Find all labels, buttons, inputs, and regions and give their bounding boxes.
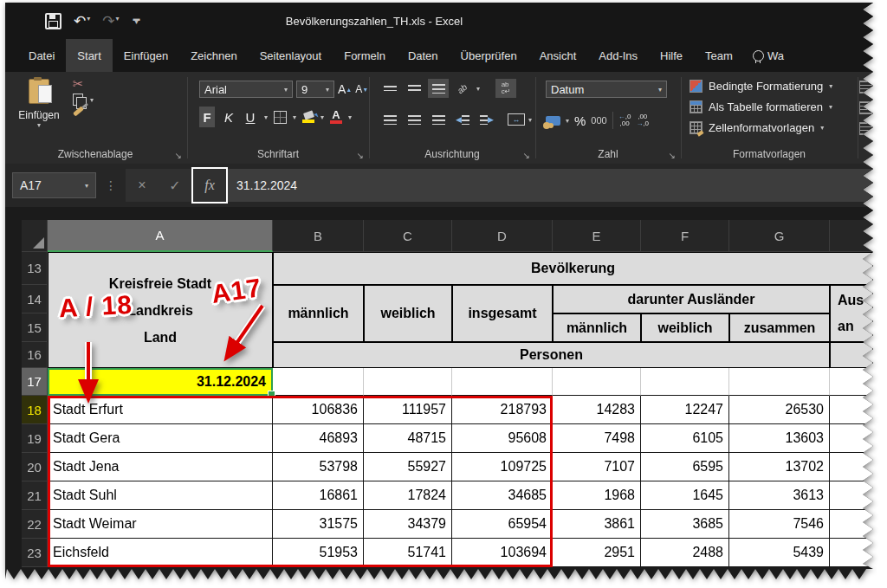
align-center-button[interactable] <box>404 110 424 129</box>
row-header-16[interactable]: 16 <box>22 342 48 368</box>
row-header-23[interactable]: 23 <box>22 539 48 567</box>
header-cell-auslaenderanteil-partial[interactable]: Aus an <box>830 285 873 342</box>
cell-a21-label[interactable]: Stadt Suhl <box>48 481 273 510</box>
header-cell-zusammen[interactable]: zusammen <box>729 313 830 342</box>
cell-value-r20-c4[interactable]: 109725 <box>452 453 553 481</box>
row-header-22[interactable]: 22 <box>22 510 48 539</box>
orientation-button[interactable]: ab <box>452 79 473 98</box>
cell-value-r23-c5[interactable]: 2951 <box>553 539 641 567</box>
cell-a18-label[interactable]: Stadt Erfurt <box>48 396 273 424</box>
accounting-format-button money-icon[interactable] <box>546 116 560 126</box>
cell-value-r18-c3[interactable]: 111957 <box>364 396 452 424</box>
cut-button scissors-icon[interactable]: ✂ <box>73 77 84 90</box>
font-color-button[interactable]: A <box>330 111 342 124</box>
column-header-b[interactable]: B <box>273 220 364 252</box>
header-cell-personen[interactable]: Personen <box>273 342 830 368</box>
cell-a20-label[interactable]: Stadt Jena <box>48 453 273 481</box>
cell-h18[interactable] <box>830 396 873 424</box>
name-box-dropdown-icon[interactable]: ▾ <box>85 182 88 190</box>
align-left-button[interactable] <box>379 110 400 129</box>
column-header-a[interactable]: A <box>48 220 273 252</box>
cell-h19[interactable] <box>830 424 873 453</box>
cell-value-r19-c2[interactable]: 46893 <box>273 424 364 453</box>
header-cell-maennlich[interactable]: männlich <box>273 285 364 342</box>
cell-value-r19-c4[interactable]: 95608 <box>452 424 553 453</box>
increase-indent-button[interactable]: ▶ <box>476 110 497 129</box>
formula-input[interactable]: 31.12.2024 <box>228 169 873 202</box>
cell-g17[interactable] <box>729 368 830 396</box>
cell-f17[interactable] <box>641 368 729 396</box>
dialog-launcher-font[interactable]: ↘ <box>357 151 364 160</box>
row-header-19[interactable]: 19 <box>22 424 48 453</box>
cell-h20[interactable] <box>830 453 873 481</box>
format-as-table-button[interactable]: Als Tabelle formatieren▾ <box>690 96 832 117</box>
cell-value-r18-c4[interactable]: 218793 <box>452 396 553 424</box>
cell-value-r22-c6[interactable]: 3685 <box>641 510 729 539</box>
borders-dropdown-icon[interactable]: ▾ <box>293 113 296 121</box>
tab-formeln[interactable]: Formeln <box>333 39 397 72</box>
cell-value-r18-c2[interactable]: 106836 <box>273 396 364 424</box>
header-cell-h16[interactable] <box>830 342 873 368</box>
tab-zeichnen[interactable]: Zeichnen <box>179 39 248 72</box>
cell-value-r23-c4[interactable]: 103694 <box>452 539 553 567</box>
cell-h23[interactable] <box>830 539 873 567</box>
align-top-button[interactable] <box>379 79 400 98</box>
cell-a22-label[interactable]: Stadt Weimar <box>48 510 273 539</box>
header-cell-kreisfreie-stadt[interactable]: Kreisfreie Stadt Landkreis Land <box>48 252 273 368</box>
cell-value-r22-c7[interactable]: 7546 <box>729 510 830 539</box>
cell-styles-button[interactable]: Zellenformatvorlagen▾ <box>690 117 832 138</box>
header-cell-bevoelkerung[interactable]: Bevölkerung <box>273 252 873 285</box>
conditional-formatting-button[interactable]: Bedingte Formatierung▾ <box>690 75 832 96</box>
cell-value-r19-c7[interactable]: 13603 <box>729 424 830 453</box>
cell-c17[interactable] <box>364 368 452 396</box>
dialog-launcher-clipboard[interactable]: ↘ <box>175 151 182 160</box>
cell-h22[interactable] <box>830 510 873 539</box>
column-header-f[interactable]: F <box>641 220 729 252</box>
column-header-d[interactable]: D <box>452 220 553 252</box>
tab-start[interactable]: Start <box>66 39 112 72</box>
name-box[interactable]: A17▾ <box>12 172 96 198</box>
align-middle-button[interactable] <box>404 79 424 98</box>
cell-value-r20-c7[interactable]: 13702 <box>729 453 830 481</box>
fill-color-button[interactable] <box>302 112 314 123</box>
row-header-21[interactable]: 21 <box>22 481 48 510</box>
copy-dropdown-icon[interactable]: ▾ <box>90 96 94 104</box>
cell-value-r22-c5[interactable]: 3861 <box>553 510 641 539</box>
cell-e17[interactable] <box>553 368 641 396</box>
cell-a23-label[interactable]: Eichsfeld <box>48 539 273 567</box>
underline-dropdown-icon[interactable]: ▾ <box>264 113 268 121</box>
tab-ansicht[interactable]: Ansicht <box>528 39 588 72</box>
select-all-corner[interactable] <box>22 220 48 252</box>
row-header-14[interactable]: 14 <box>22 285 48 313</box>
cell-b17[interactable] <box>273 368 364 396</box>
cell-value-r21-c7[interactable]: 3613 <box>729 481 830 510</box>
formula-bar-dots-icon[interactable]: ⋮ <box>105 178 117 192</box>
cell-value-r22-c4[interactable]: 65954 <box>452 510 553 539</box>
cell-value-r18-c5[interactable]: 14283 <box>553 396 641 424</box>
cell-value-r19-c5[interactable]: 7498 <box>553 424 641 453</box>
copy-button copy-icon[interactable] <box>73 94 83 106</box>
orientation-dropdown-icon[interactable]: ▾ <box>476 85 480 93</box>
row-header-13[interactable]: 13 <box>22 252 48 285</box>
cell-value-r21-c2[interactable]: 16861 <box>273 481 364 510</box>
tab-add-ins[interactable]: Add-Ins <box>587 39 649 72</box>
tab-ueberpruefen[interactable]: Überprüfen <box>450 39 528 72</box>
header-cell-weiblich[interactable]: weiblich <box>364 285 452 342</box>
column-header-c[interactable]: C <box>364 220 452 252</box>
paste-button[interactable]: Einfügen ▾ <box>14 79 64 143</box>
align-bottom-button[interactable] <box>428 79 449 98</box>
format-painter-button brush-icon[interactable] <box>73 106 84 116</box>
cell-value-r20-c5[interactable]: 7107 <box>553 453 641 481</box>
fill-color-dropdown-icon[interactable]: ▾ <box>320 113 324 121</box>
cell-value-r20-c6[interactable]: 6595 <box>641 453 729 481</box>
cell-value-r23-c3[interactable]: 51741 <box>364 539 452 567</box>
cell-value-r21-c3[interactable]: 17824 <box>364 481 452 510</box>
number-format-select[interactable]: Datum▾ <box>546 81 667 98</box>
tellme-box[interactable]: Wa <box>744 39 784 72</box>
insert-function-button fx-icon[interactable]: fx <box>191 167 228 204</box>
dialog-launcher-alignment[interactable]: ↘ <box>523 151 530 160</box>
cell-value-r23-c6[interactable]: 2488 <box>641 539 729 567</box>
cell-value-r19-c3[interactable]: 48715 <box>364 424 452 453</box>
tab-daten[interactable]: Daten <box>397 39 450 72</box>
cell-value-r21-c6[interactable]: 1645 <box>641 481 729 510</box>
